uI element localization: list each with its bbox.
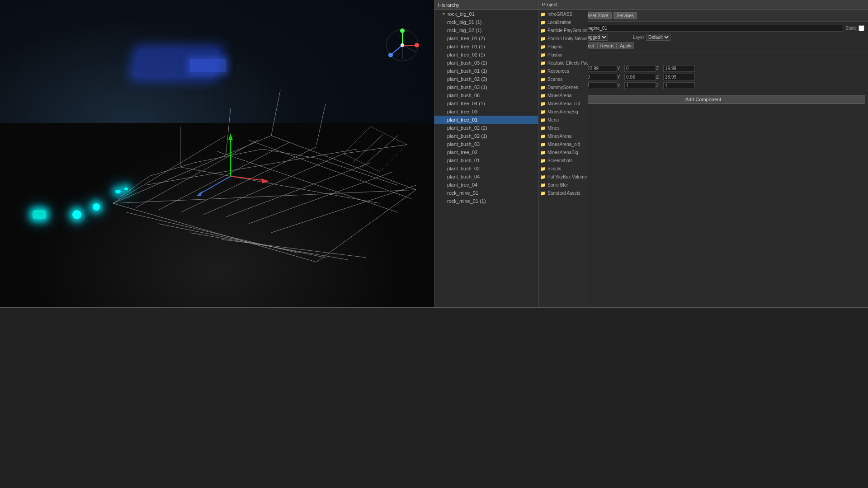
project-folder-dummy_scenes[interactable]: 📁DummyScenes	[538, 83, 588, 91]
hierarchy-item-rock_big_02_1[interactable]: rock_big_02 (1)	[434, 26, 538, 34]
hierarchy-item-plant_bush_02[interactable]: plant_bush_02	[434, 164, 538, 173]
static-label: Static	[845, 26, 857, 31]
project-folder-screenshots[interactable]: 📁Screenshots	[538, 156, 588, 164]
folder-icon: 📁	[540, 183, 546, 188]
pos-z-field[interactable]	[663, 65, 695, 72]
scale-y-label: Y	[617, 83, 624, 88]
project-folder-mines_arena_old[interactable]: 📁MinesArena_old	[538, 99, 588, 108]
hierarchy-item-rock_big_01_1[interactable]: rock_big_01 (1)	[434, 18, 538, 26]
hierarchy-item-plant_bush_03_1[interactable]: plant_bush_03 (1)	[434, 83, 538, 91]
project-folder-standard_assets[interactable]: 📁Standard Assets	[538, 189, 588, 197]
hierarchy-item-rock_mine_01_01[interactable]: rock_mine_01 (1)	[434, 197, 538, 205]
cyan-unit-4	[115, 190, 121, 193]
rot-z-field[interactable]	[663, 74, 695, 80]
project-folder-mines[interactable]: 📁Mines	[538, 124, 588, 132]
svg-line-20	[249, 172, 393, 224]
project-folder-resources[interactable]: 📁Resources	[538, 67, 588, 75]
hierarchy-item-plant_tree_04_1[interactable]: plant_tree_04 (1)	[434, 99, 538, 108]
scale-x-field[interactable]	[585, 82, 617, 89]
hierarchy-item-plant_tree_03[interactable]: plant_tree_03	[434, 108, 538, 116]
project-folder-mines_arena_big2[interactable]: 📁MinesArenaBig	[538, 148, 588, 156]
hierarchy-item-plant_tree_01_2[interactable]: plant_tree_01 (2)	[434, 34, 538, 42]
project-folder-list[interactable]: 📁InfroGRASS📁Localization📁Particle PlayGr…	[538, 10, 588, 307]
scale-y-field[interactable]	[624, 82, 656, 89]
folder-icon: 📁	[540, 150, 546, 155]
folder-icon: 📁	[540, 134, 546, 139]
inspector-tab-services[interactable]: Services	[613, 12, 637, 19]
svg-line-23	[149, 163, 194, 176]
project-folder-plusbar[interactable]: 📁Plusbar	[538, 51, 588, 59]
project-folder-mines_arena_old2[interactable]: 📁MinesArena_old	[538, 140, 588, 148]
folder-icon: 📁	[540, 174, 546, 179]
object-name-field[interactable]	[550, 25, 843, 32]
svg-line-11	[226, 108, 231, 154]
folder-icon: 📁	[540, 12, 546, 17]
project-folder-localization[interactable]: 📁Localization	[538, 18, 588, 26]
hierarchy-item-plant_tree_02[interactable]: plant_tree_02	[434, 148, 538, 156]
hierarchy-item-rock_mine_01[interactable]: rock_mine_01	[434, 189, 538, 197]
hierarchy-item-plant_bush_02_1[interactable]: plant_bush_02 (1)	[434, 132, 538, 140]
project-folder-scripts[interactable]: 📁Scripts	[538, 164, 588, 173]
rot-x-field[interactable]	[585, 74, 617, 80]
revert-btn[interactable]: Revert	[597, 42, 617, 49]
hierarchy-list[interactable]: ▼rock_big_01rock_big_01 (1)rock_big_02 (…	[434, 10, 538, 307]
scene-viewport[interactable]	[0, 0, 434, 307]
folder-icon: 📁	[540, 142, 546, 147]
pos-y-field[interactable]	[624, 65, 656, 72]
scene-gizmo[interactable]	[384, 27, 420, 63]
project-folder-realistic_effects[interactable]: 📁Realistic Effects Pack	[538, 59, 588, 67]
svg-line-13	[316, 104, 326, 145]
bottom-area: unity 👻 👻 💀 Console Project Animation Pr…	[0, 307, 868, 488]
project-folder-scenes[interactable]: 📁Scenes	[538, 75, 588, 83]
hierarchy-item-plant_bush_02_2[interactable]: plant_bush_02 (2)	[434, 124, 538, 132]
hierarchy-item-plant_tree_02_1[interactable]: plant_tree_02 (1)	[434, 51, 538, 59]
project-panel-header: Project	[538, 0, 588, 10]
add-component-button[interactable]: Add Component	[541, 95, 865, 104]
folder-icon: 📁	[540, 61, 546, 66]
hierarchy-item-plant_bush_04[interactable]: plant_bush_04	[434, 173, 538, 181]
hierarchy-item-plant_tree_01_sel[interactable]: plant_tree_01	[434, 116, 538, 124]
hierarchy-item-plant_bush_03_2[interactable]: plant_bush_03 (2)	[434, 59, 538, 67]
hierarchy-item-plant_tree_04[interactable]: plant_tree_04	[434, 181, 538, 189]
project-folder-plugins[interactable]: 📁Plugins	[538, 42, 588, 51]
hierarchy-item-plant_bush_01_1[interactable]: plant_bush_01 (1)	[434, 67, 538, 75]
svg-marker-36	[197, 191, 203, 196]
project-folder-menu[interactable]: 📁Menu	[538, 116, 588, 124]
layer-label: Layer	[608, 35, 644, 40]
hierarchy-panel: Hierarchy ▼rock_big_01rock_big_01 (1)roc…	[434, 0, 538, 307]
hierarchy-item-plant_bush_01[interactable]: plant_bush_01	[434, 156, 538, 164]
rot-y-field[interactable]	[624, 74, 656, 80]
apply-btn[interactable]: Apply	[617, 42, 634, 49]
project-folder-sonic_blur[interactable]: 📁Sonic Blur	[538, 181, 588, 189]
folder-icon: 📁	[540, 36, 546, 41]
svg-marker-0	[113, 136, 416, 262]
hierarchy-item-plant_bush_06[interactable]: plant_bush_06	[434, 91, 538, 99]
hierarchy-item-plant_bush_02_3[interactable]: plant_bush_02 (3)	[434, 75, 538, 83]
project-folder-mines_arena2[interactable]: 📁MinesArena	[538, 132, 588, 140]
svg-point-43	[388, 53, 393, 57]
hierarchy-item-plant_bush_03[interactable]: plant_bush_03	[434, 140, 538, 148]
project-folder-skybox[interactable]: 📁Pal SkyBox Volume 2	[538, 173, 588, 181]
project-folder-mines_arena[interactable]: 📁MinesArena	[538, 91, 588, 99]
folder-icon: 📁	[540, 93, 546, 98]
project-folder-infograss[interactable]: 📁InfroGRASS	[538, 10, 588, 18]
svg-line-26	[316, 158, 398, 185]
scale-z-field[interactable]	[663, 82, 695, 89]
layer-select[interactable]: Default	[646, 34, 670, 41]
svg-line-18	[203, 154, 344, 215]
folder-icon: 📁	[540, 85, 546, 90]
project-folder-photon_unity[interactable]: 📁Photon Unity Networking	[538, 34, 588, 42]
project-folder-mines_arena_big[interactable]: 📁MinesArenaBig	[538, 108, 588, 116]
pos-x-field[interactable]	[585, 65, 617, 72]
hierarchy-title: Hierarchy	[438, 2, 459, 8]
hierarchy-item-rock_big_01[interactable]: ▼rock_big_01	[434, 10, 538, 18]
svg-line-24	[194, 149, 262, 163]
inspector-toolbar: Audio Collab Asset Store Services	[538, 10, 868, 22]
hierarchy-item-plant_tree_01_1[interactable]: plant_tree_01 (1)	[434, 42, 538, 51]
svg-line-7	[158, 224, 326, 258]
static-checkbox[interactable]	[859, 25, 864, 31]
svg-line-16	[158, 142, 289, 210]
folder-icon: 📁	[540, 20, 546, 25]
folder-icon: 📁	[540, 77, 546, 82]
project-folder-particle_playground[interactable]: 📁Particle PlayGround	[538, 26, 588, 34]
